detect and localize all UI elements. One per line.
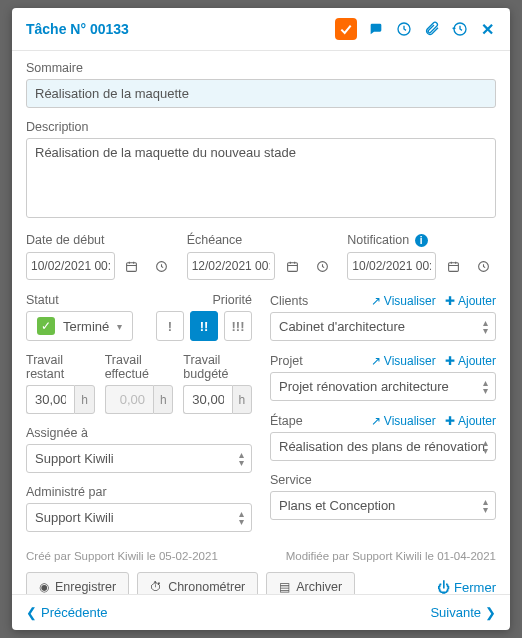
priority-group: ! !! !!! bbox=[156, 311, 252, 341]
attachment-icon[interactable] bbox=[423, 20, 441, 38]
calendar-icon[interactable] bbox=[279, 251, 305, 281]
work-remaining-input[interactable] bbox=[26, 385, 74, 414]
summary-label: Sommaire bbox=[26, 61, 496, 75]
admin-label: Administré par bbox=[26, 485, 252, 499]
stopwatch-icon: ⏱ bbox=[150, 580, 162, 594]
work-done-input bbox=[105, 385, 153, 414]
admin-select[interactable]: Support Kiwili bbox=[26, 503, 252, 532]
summary-input[interactable] bbox=[26, 79, 496, 108]
svg-rect-1 bbox=[127, 262, 137, 271]
time-icon[interactable] bbox=[309, 251, 335, 281]
step-view-link[interactable]: ↗ Visualiser bbox=[371, 414, 436, 428]
priority-high[interactable]: !!! bbox=[224, 311, 252, 341]
modified-meta: Modifiée par Support Kiwili le 01-04-202… bbox=[286, 550, 496, 562]
unit-label: h bbox=[153, 385, 173, 414]
header-actions: ✕ bbox=[335, 18, 496, 40]
svg-rect-3 bbox=[287, 262, 297, 271]
service-label: Service bbox=[270, 473, 496, 487]
power-icon: ⏻ bbox=[437, 580, 450, 595]
task-modal: Tâche N° 00133 ✕ Sommaire Description Da… bbox=[12, 8, 510, 630]
notif-date-input[interactable] bbox=[347, 252, 436, 280]
due-date-input[interactable] bbox=[187, 252, 276, 280]
svg-rect-5 bbox=[448, 262, 458, 271]
timer-button[interactable]: ⏱Chronométrer bbox=[137, 572, 258, 594]
close-link[interactable]: ⏻Fermer bbox=[437, 580, 496, 595]
start-date-input[interactable] bbox=[26, 252, 115, 280]
close-icon[interactable]: ✕ bbox=[479, 20, 496, 39]
assignee-label: Assignée à bbox=[26, 426, 252, 440]
due-date-label: Échéance bbox=[187, 233, 336, 247]
comments-icon[interactable] bbox=[367, 20, 385, 38]
description-label: Description bbox=[26, 120, 496, 134]
chevron-left-icon: ❮ bbox=[26, 605, 37, 620]
status-label: Statut bbox=[26, 293, 133, 307]
prev-link[interactable]: ❮Précédente bbox=[26, 605, 108, 620]
modal-header: Tâche N° 00133 ✕ bbox=[12, 8, 510, 51]
project-select[interactable]: Projet rénovation architecture bbox=[270, 372, 496, 401]
priority-label: Priorité bbox=[156, 293, 252, 307]
check-icon: ✓ bbox=[37, 317, 55, 335]
archive-icon: ▤ bbox=[279, 580, 290, 594]
client-add-link[interactable]: ✚ Ajouter bbox=[445, 294, 496, 308]
project-label: Projet bbox=[270, 354, 303, 368]
unit-label: h bbox=[74, 385, 94, 414]
project-view-link[interactable]: ↗ Visualiser bbox=[371, 354, 436, 368]
archive-button[interactable]: ▤Archiver bbox=[266, 572, 355, 594]
modal-title: Tâche N° 00133 bbox=[26, 21, 129, 37]
unit-label: h bbox=[232, 385, 252, 414]
client-select[interactable]: Cabinet d'architecture bbox=[270, 312, 496, 341]
work-done-label: Travail effectué bbox=[105, 353, 174, 381]
client-label: Clients bbox=[270, 294, 308, 308]
calendar-icon[interactable] bbox=[119, 251, 145, 281]
check-circle-icon: ◉ bbox=[39, 580, 49, 594]
chevron-down-icon: ▾ bbox=[117, 321, 122, 332]
info-icon[interactable]: i bbox=[415, 234, 428, 247]
notif-date-label: Notification i bbox=[347, 233, 496, 247]
modal-footer: ❮Précédente Suivante❯ bbox=[12, 594, 510, 630]
start-date-label: Date de début bbox=[26, 233, 175, 247]
step-label: Étape bbox=[270, 414, 303, 428]
chevron-right-icon: ❯ bbox=[485, 605, 496, 620]
calendar-icon[interactable] bbox=[440, 251, 466, 281]
status-select[interactable]: ✓ Terminé ▾ bbox=[26, 311, 133, 341]
time-icon[interactable] bbox=[470, 251, 496, 281]
priority-med[interactable]: !! bbox=[190, 311, 218, 341]
modal-body: Sommaire Description Date de début Échéa… bbox=[12, 51, 510, 594]
work-budget-label: Travail budgété bbox=[183, 353, 252, 381]
assignee-select[interactable]: Support Kiwili bbox=[26, 444, 252, 473]
step-add-link[interactable]: ✚ Ajouter bbox=[445, 414, 496, 428]
work-budget-input[interactable] bbox=[183, 385, 231, 414]
description-input[interactable] bbox=[26, 138, 496, 218]
client-view-link[interactable]: ↗ Visualiser bbox=[371, 294, 436, 308]
next-link[interactable]: Suivante❯ bbox=[430, 605, 496, 620]
checkbox-icon[interactable] bbox=[335, 18, 357, 40]
save-button[interactable]: ◉Enregistrer bbox=[26, 572, 129, 594]
time-icon[interactable] bbox=[149, 251, 175, 281]
work-remaining-label: Travail restant bbox=[26, 353, 95, 381]
priority-low[interactable]: ! bbox=[156, 311, 184, 341]
clock-icon[interactable] bbox=[395, 20, 413, 38]
service-select[interactable]: Plans et Conception bbox=[270, 491, 496, 520]
status-value: Terminé bbox=[63, 319, 109, 334]
created-meta: Créé par Support Kiwili le 05-02-2021 bbox=[26, 550, 218, 562]
history-icon[interactable] bbox=[451, 20, 469, 38]
step-select[interactable]: Réalisation des plans de rénovation bbox=[270, 432, 496, 461]
project-add-link[interactable]: ✚ Ajouter bbox=[445, 354, 496, 368]
